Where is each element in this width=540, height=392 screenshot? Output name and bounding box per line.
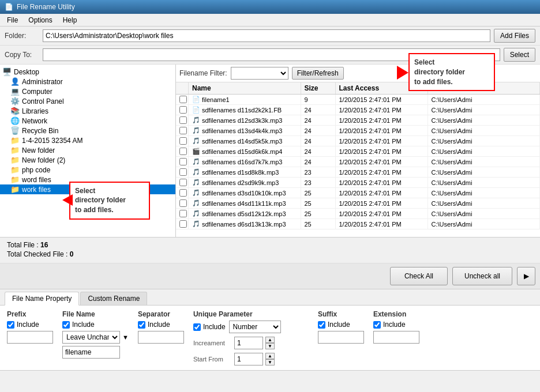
tree-item-computer[interactable]: 💻Computer [0,86,175,96]
file-list: 📄filename1 9 1/20/2015 2:47:01 PM C:\Use… [176,95,540,237]
file-size: 24 [301,136,336,146]
file-access: 1/20/2015 2:47:01 PM [336,95,428,104]
tree-item-administrator[interactable]: 👤Administrator [0,77,175,86]
file-checkbox[interactable] [179,220,187,228]
tab-custom-rename[interactable]: Custom Rename [80,292,147,305]
start-from-input[interactable] [234,353,263,365]
tree-item-1-4-2015-32354-am[interactable]: 📁1-4-2015 32354 AM [0,135,175,145]
prefix-include-checkbox[interactable] [7,321,14,329]
file-checkbox[interactable] [179,137,187,145]
file-row: 🎵sdfilenames d6sd13k13k.mp3 25 1/20/2015… [176,219,540,229]
file-access: 1/20/2015 2:47:01 PM [336,115,428,125]
file-checkbox[interactable] [179,127,187,134]
file-checkbox[interactable] [179,116,187,124]
suffix-group: Suffix Include [318,310,364,365]
file-row: 🎵sdfilenames d16sd7k7k.mp3 24 1/20/2015 … [176,157,540,167]
file-name: 🎵sdfilenames d6sd13k13k.mp3 [189,219,301,229]
file-size: 24 [301,157,336,167]
extension-include-checkbox[interactable] [373,321,381,329]
increment-input[interactable] [234,337,263,349]
start-from-label: Start From [193,356,231,363]
file-access: 1/20/2015 2:47:01 PM [336,209,428,218]
file-size: 23 [301,167,336,177]
start-from-down-btn[interactable]: ▼ [265,359,275,365]
tree-item-desktop[interactable]: 🖥️Desktop [0,67,175,77]
suffix-input[interactable] [318,331,364,344]
filename-type-select[interactable]: Leave Unchange [62,331,120,344]
check-all-button[interactable]: Check All [390,267,448,285]
tree-item-recycle-bin[interactable]: 🗑️Recycle Bin [0,126,175,135]
file-row: 📄filename1 9 1/20/2015 2:47:01 PM C:\Use… [176,95,540,105]
file-name: 🎬sdfilenames d15sd6k6k.mp4 [189,146,301,156]
file-checkbox[interactable] [179,96,187,103]
tree-item-libraries[interactable]: 📚Libraries [0,106,175,116]
file-row: 🎵sdfilenames d13sd4k4k.mp3 24 1/20/2015 … [176,126,540,136]
tab-file-name-property[interactable]: File Name Property [5,292,79,306]
folder-row: Folder: Add Files [0,27,540,46]
callout-bottom: Selectdirectory folderto add files. [69,182,150,220]
increment-label: Increament [193,340,231,346]
filename-value-input[interactable] [62,346,120,359]
file-row: 🎵sdfilenames d2sd9k9k.mp3 23 1/20/2015 2… [176,178,540,188]
filter-refresh-button[interactable]: Filter/Refresh [292,67,344,80]
file-checkbox[interactable] [179,158,187,165]
file-row: 🎵sdfilenames d3sd10k10k.mp3 25 1/20/2015… [176,188,540,198]
suffix-include-label: Include [328,321,350,329]
filename-title: File Name [62,310,129,318]
file-path: C:\Users\Admi [428,188,541,198]
suffix-include-checkbox[interactable] [318,321,325,329]
apply-button[interactable]: ▶ [517,267,535,285]
extension-input[interactable] [373,331,419,344]
file-access: 1/20/2015 2:47:01 PM [336,219,428,229]
folder-input[interactable] [43,29,490,42]
separator-input[interactable] [138,331,184,344]
unique-param-group: Unique Parameter Include Number Increame… [193,310,309,365]
tree-item-network[interactable]: 🌐Network [0,116,175,126]
separator-group: Separator Include [138,310,184,365]
menu-file[interactable]: File [2,15,22,25]
file-checkbox[interactable] [179,168,187,176]
unique-param-type-select[interactable]: Number [229,321,281,333]
col-check [176,82,189,94]
file-size: 25 [301,209,336,218]
tree-item-php-code[interactable]: 📁php code [0,165,175,175]
file-name: 🎵sdfilenames d5sd12k12k.mp3 [189,209,301,218]
file-row: 🎵sdfilenames d1sd8k8k.mp3 23 1/20/2015 2… [176,167,540,178]
file-path: C:\Users\Admi [428,178,541,187]
separator-include-checkbox[interactable] [138,321,145,329]
file-checkbox[interactable] [179,106,187,114]
tree-item-control-panel[interactable]: ⚙️Control Panel [0,96,175,106]
increment-down-btn[interactable]: ▼ [265,343,275,349]
file-name: 🎵sdfilenames d3sd10k10k.mp3 [189,188,301,198]
select-button[interactable]: Select [504,48,535,62]
menu-help[interactable]: Help [58,15,82,25]
increment-up-btn[interactable]: ▲ [265,337,275,343]
file-path: C:\Users\Admi [428,95,541,104]
unique-param-include-checkbox[interactable] [193,323,201,331]
menu-options[interactable]: Options [24,15,57,25]
start-from-up-btn[interactable]: ▲ [265,353,275,359]
callout-bottom-arrow [62,194,73,206]
file-access: 1/20/2015 2:47:01 PM [336,126,428,135]
file-row: 🎵sdfilenames d12sd3k3k.mp3 24 1/20/2015 … [176,115,540,126]
actions-row: Check All Uncheck all ▶ [0,263,540,289]
tree-item-new-folder-(2)[interactable]: 📁New folder (2) [0,155,175,165]
add-files-button[interactable]: Add Files [494,29,535,43]
file-size: 24 [301,146,336,156]
copy-to-label: Copy To: [5,51,39,59]
unique-param-include-label: Include [203,323,226,331]
file-checkbox[interactable] [179,199,187,207]
file-checkbox[interactable] [179,210,187,217]
title-bar: 📄 File Rename Utility [0,0,540,14]
tree-item-new-folder[interactable]: 📁New folder [0,145,175,155]
prefix-include-row: Include [7,321,53,329]
file-path: C:\Users\Admi [428,219,541,229]
callout-top-arrow [397,66,408,80]
file-checkbox[interactable] [179,189,187,197]
filter-select[interactable] [231,67,288,80]
file-checkbox[interactable] [179,148,187,155]
uncheck-all-button[interactable]: Uncheck all [452,267,512,285]
prefix-input[interactable] [7,331,53,344]
filename-include-checkbox[interactable] [62,321,70,329]
file-checkbox[interactable] [179,179,187,186]
